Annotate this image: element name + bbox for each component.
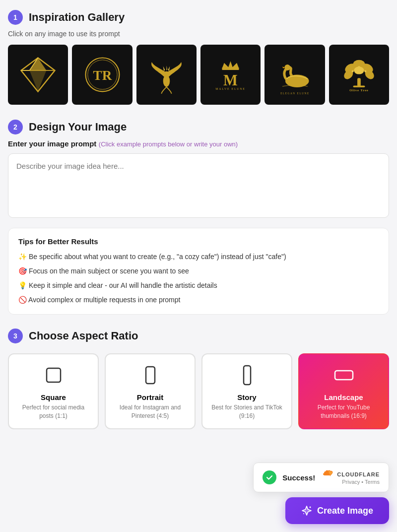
aspect-card-landscape[interactable]: Landscape Perfect for YouTube thumbnails… (298, 353, 389, 429)
create-image-button[interactable]: Create Image (285, 497, 389, 524)
aspect-card-portrait[interactable]: Portrait Ideal for Instagram and Pintere… (105, 353, 196, 429)
svg-text:TR: TR (93, 68, 112, 83)
svg-point-9 (163, 75, 170, 87)
create-button-wrapper: Create Image (285, 497, 389, 524)
svg-rect-29 (47, 368, 61, 382)
prompt-label-row: Enter your image prompt (Click example p… (8, 139, 389, 148)
step2-header: 2 Design Your Image (8, 120, 389, 134)
svg-rect-23 (357, 78, 361, 86)
aspect-ratio-section: 3 Choose Aspect Ratio Square Perfect for… (8, 329, 389, 429)
step1-circle: 1 (8, 10, 23, 25)
svg-text:ELEGAN ELUNE: ELEGAN ELUNE (280, 92, 310, 95)
svg-rect-32 (335, 371, 353, 380)
tip-item-1: ✨ Be specific about what you want to cre… (18, 252, 379, 262)
square-desc: Perfect for social media posts (1:1) (15, 403, 92, 420)
step3-title: Choose Aspect Ratio (29, 330, 138, 342)
tips-title: Tips for Better Results (18, 237, 379, 246)
svg-rect-31 (244, 366, 251, 385)
portrait-name: Portrait (137, 393, 163, 401)
cloudflare-name: CLOUDFLARE (337, 471, 380, 477)
gallery-item-phoenix[interactable] (136, 45, 197, 105)
story-name: Story (237, 393, 256, 401)
svg-point-15 (284, 65, 290, 70)
step2-title: Design Your Image (29, 121, 127, 133)
terms-link[interactable]: Terms (365, 479, 380, 485)
prompt-label: Enter your image prompt (8, 139, 96, 148)
tip-item-2: 🎯 Focus on the main subject or scene you… (18, 266, 379, 276)
toast-text: Success! (282, 473, 315, 482)
inspiration-gallery-section: 1 Inspiration Gallery Click on any image… (8, 10, 389, 105)
aspect-grid: Square Perfect for social media posts (1… (8, 353, 389, 429)
gallery-item-olive[interactable]: Olive Tree (329, 45, 389, 105)
svg-point-10 (164, 71, 169, 76)
story-desc: Best for Stories and TikTok (9:16) (208, 403, 285, 420)
svg-point-33 (309, 507, 311, 508)
svg-marker-2 (30, 58, 47, 70)
gallery-subtitle: Click on any image to use its prompt (8, 30, 389, 38)
aspect-card-story[interactable]: Story Best for Stories and TikTok (9:16) (201, 353, 292, 429)
gallery-item-malve[interactable]: M MALVE ELUNE (200, 45, 261, 105)
svg-text:MALVE ELUNE: MALVE ELUNE (216, 87, 246, 90)
portrait-desc: Ideal for Instagram and Pinterest (4:5) (112, 403, 189, 420)
svg-rect-11 (222, 67, 239, 70)
step1-header: 1 Inspiration Gallery (8, 10, 389, 25)
story-icon (236, 364, 258, 388)
create-icon (301, 505, 312, 516)
cloudflare-links: Privacy • Terms (342, 479, 380, 485)
cloudflare-branding: CLOUDFLARE Privacy • Terms (321, 470, 380, 485)
gallery-item-diamond[interactable] (8, 45, 68, 105)
aspect-card-square[interactable]: Square Perfect for social media posts (1… (8, 353, 99, 429)
tip-item-3: 💡 Keep it simple and clear - our AI will… (18, 280, 379, 291)
landscape-icon (333, 364, 355, 388)
svg-text:Olive Tree: Olive Tree (349, 89, 368, 92)
design-section: 2 Design Your Image Enter your image pro… (8, 120, 389, 315)
square-name: Square (41, 393, 66, 401)
create-button-label: Create Image (317, 506, 373, 516)
svg-point-34 (303, 513, 304, 514)
success-toast: Success! CLOUDFLARE Privacy • Terms (253, 463, 389, 492)
svg-rect-24 (353, 86, 365, 87)
gallery-item-swan[interactable]: ELEGAN ELUNE (265, 45, 325, 105)
svg-point-27 (358, 66, 360, 68)
gallery-item-tr[interactable]: TR (72, 45, 132, 105)
tips-box: Tips for Better Results ✨ Be specific ab… (8, 228, 389, 315)
landscape-desc: Perfect for YouTube thumbnails (16:9) (305, 403, 382, 420)
svg-rect-30 (146, 367, 155, 384)
step1-title: Inspiration Gallery (29, 11, 125, 24)
landscape-name: Landscape (324, 393, 363, 401)
success-icon (263, 470, 276, 484)
privacy-link[interactable]: Privacy (342, 479, 360, 485)
svg-point-26 (364, 70, 366, 72)
prompt-hint: (Click example prompts below or write yo… (99, 140, 238, 148)
step2-circle: 2 (8, 120, 23, 134)
cloudflare-logo: CLOUDFLARE (321, 470, 380, 479)
svg-point-25 (351, 70, 353, 72)
step3-circle: 3 (8, 329, 23, 343)
tip-item-4: 🚫 Avoid complex or multiple requests in … (18, 295, 379, 305)
gallery-grid: TR (8, 45, 389, 105)
svg-text:M: M (223, 72, 238, 89)
square-icon (43, 364, 65, 388)
prompt-textarea[interactable] (8, 153, 389, 218)
portrait-icon (139, 364, 161, 388)
step3-header: 3 Choose Aspect Ratio (8, 329, 389, 343)
